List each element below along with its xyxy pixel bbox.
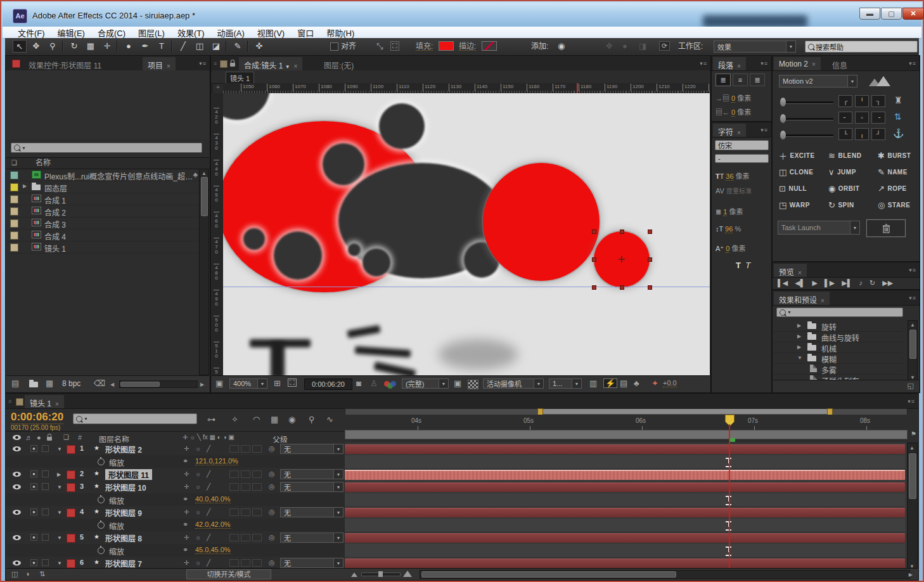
- comp-name-button[interactable]: 镜头 1: [226, 72, 254, 84]
- anchor-preset-button[interactable]: ┐: [871, 95, 885, 107]
- quality-switch[interactable]: ☼: [195, 483, 201, 490]
- video-eye-icon[interactable]: [13, 510, 21, 515]
- zoom-out-mountain-icon[interactable]: [351, 572, 357, 577]
- layer-row[interactable]: ●▼4★形状图层 9✛☼╱◎无▼: [6, 506, 345, 519]
- kerning-value[interactable]: 度量标准: [726, 188, 752, 195]
- label-chip[interactable]: [67, 559, 75, 568]
- layer-bar[interactable]: [345, 508, 905, 517]
- baseline-shift-value[interactable]: 0: [726, 245, 729, 253]
- layer-bar[interactable]: [345, 559, 905, 568]
- tab-effect-controls[interactable]: 效果控件:形状图层 11: [23, 57, 106, 70]
- layer-name[interactable]: 形状图层 8: [105, 533, 142, 543]
- hide-shy-icon[interactable]: ◠: [253, 415, 260, 424]
- magnification-select[interactable]: 400%▼: [229, 378, 267, 389]
- ram-preview-button[interactable]: ▶▶: [882, 279, 893, 289]
- motion-clone-button[interactable]: ◫CLONE: [779, 166, 813, 178]
- audio-toggle[interactable]: ●: [30, 534, 37, 541]
- layer-bar-selected[interactable]: [345, 470, 905, 480]
- lock-column-icon[interactable]: [47, 437, 52, 441]
- property-name[interactable]: 缩放: [109, 546, 124, 557]
- search-help-input[interactable]: 搜索帮助: [805, 41, 918, 53]
- selection-handle[interactable]: [648, 257, 652, 262]
- stopwatch-icon[interactable]: [98, 458, 105, 465]
- draft-switch[interactable]: ╱: [207, 445, 210, 452]
- next-frame-button[interactable]: ▌▶: [825, 279, 835, 289]
- solo-toggle[interactable]: [42, 534, 49, 541]
- eraser-tool[interactable]: ◪: [209, 40, 223, 53]
- parent-pickwhip-icon[interactable]: ◎: [269, 533, 275, 541]
- quality-switch[interactable]: ☼: [195, 534, 201, 541]
- task-launch-select[interactable]: Task Launch▼: [778, 221, 860, 235]
- selection-tool[interactable]: ↖: [13, 40, 27, 53]
- new-composition-icon[interactable]: ▦: [46, 379, 53, 387]
- font-family-input[interactable]: 仿宋: [715, 140, 769, 150]
- label-column-icon[interactable]: ❑: [11, 160, 17, 166]
- property-value[interactable]: 121.0,121.0%: [195, 457, 238, 465]
- label-chip[interactable]: [10, 219, 18, 228]
- parent-select[interactable]: 无▼: [280, 469, 343, 479]
- motion-blur-box[interactable]: [241, 534, 250, 541]
- composition-mini-flowchart-icon[interactable]: ⊶: [207, 415, 215, 424]
- tab-character[interactable]: 字符×: [713, 124, 746, 137]
- solo-toggle[interactable]: [42, 559, 49, 566]
- active-camera-select[interactable]: 活动摄像机▼: [483, 378, 544, 389]
- position-switch[interactable]: ✛: [184, 470, 189, 477]
- parent-select[interactable]: 无▼: [280, 507, 343, 517]
- puppet-pin-tool[interactable]: ✜: [252, 40, 266, 53]
- draft-switch[interactable]: ╱: [207, 470, 210, 477]
- threed-box[interactable]: [252, 483, 262, 491]
- zoom-in-mountain-icon[interactable]: [403, 571, 412, 577]
- menu-item[interactable]: 合成(C): [91, 27, 132, 39]
- layer-row[interactable]: ●▼1★形状图层 2✛☼╱◎无▼: [6, 443, 345, 456]
- timeline-zoom-slider[interactable]: [361, 572, 401, 576]
- anchor-preset-button[interactable]: ┘: [871, 128, 885, 140]
- tab-layer[interactable]: 图层:(无): [319, 57, 359, 70]
- minimize-button[interactable]: ▬: [859, 8, 880, 20]
- label-chip[interactable]: [67, 483, 75, 492]
- flowchart-icon[interactable]: ♣: [634, 379, 639, 387]
- stroke-label[interactable]: 描边:: [459, 42, 476, 51]
- in-out-icon[interactable]: ⇅: [39, 571, 45, 578]
- composition-canvas[interactable]: [223, 93, 710, 375]
- label-chip[interactable]: [10, 231, 18, 240]
- expand-layers-icon[interactable]: ◫: [11, 571, 18, 578]
- maximize-button[interactable]: ▢: [881, 8, 902, 20]
- effects-tree-item[interactable]: ▼模糊: [773, 352, 902, 364]
- align-center-button[interactable]: ≡: [733, 74, 748, 86]
- audio-column-icon[interactable]: ♬: [25, 434, 32, 441]
- camera-tool[interactable]: ▦: [84, 40, 98, 53]
- menu-item[interactable]: 帮助(H): [320, 27, 361, 39]
- property-value[interactable]: 45.0,45.0%: [195, 546, 231, 554]
- hand-tool[interactable]: ✥: [29, 40, 43, 53]
- zoom-tool[interactable]: ⚲: [46, 40, 60, 53]
- align-left-button[interactable]: ≣: [715, 74, 731, 86]
- exposure-value[interactable]: +0.0: [663, 380, 677, 387]
- effects-scrollbar[interactable]: ▲ ▼: [908, 320, 918, 382]
- number-column-header[interactable]: #: [78, 434, 82, 441]
- anchor-preset-button[interactable]: ╶: [871, 112, 885, 124]
- stopwatch-icon[interactable]: [98, 522, 105, 529]
- interpret-footage-icon[interactable]: ▤: [11, 379, 19, 387]
- threed-box[interactable]: [252, 470, 262, 478]
- comp-marker-button[interactable]: ⚑: [911, 431, 916, 437]
- tab-effects-presets[interactable]: 效果和预设×: [774, 292, 830, 305]
- audio-toggle[interactable]: ●: [30, 483, 37, 490]
- quality-switch[interactable]: ☼: [195, 508, 201, 515]
- comp-marker-bin[interactable]: [345, 430, 908, 439]
- close-button[interactable]: ✕: [902, 8, 924, 20]
- fill-swatch[interactable]: [439, 41, 454, 51]
- anchor-preset-button[interactable]: ╵: [855, 95, 869, 107]
- expand-arrow[interactable]: ▼: [57, 535, 62, 541]
- time-ruler[interactable]: 04s05s06s07s08s: [345, 415, 908, 430]
- layer-row[interactable]: ●▼3★形状图层 10✛☼╱◎无▼: [6, 481, 345, 494]
- play-button[interactable]: ▶: [812, 279, 818, 289]
- project-search-input[interactable]: ▼: [11, 143, 202, 153]
- menu-item[interactable]: 窗口: [291, 27, 320, 39]
- slider-knob[interactable]: [780, 98, 786, 107]
- panel-menu-icon[interactable]: ▾≡: [909, 60, 916, 67]
- menu-item[interactable]: 编辑(E): [51, 27, 91, 39]
- view-layout-select[interactable]: 1...▼: [549, 378, 582, 389]
- expand-arrow[interactable]: ▶: [797, 323, 801, 328]
- threed-box[interactable]: [252, 559, 262, 567]
- faux-bold-button[interactable]: T: [736, 261, 741, 270]
